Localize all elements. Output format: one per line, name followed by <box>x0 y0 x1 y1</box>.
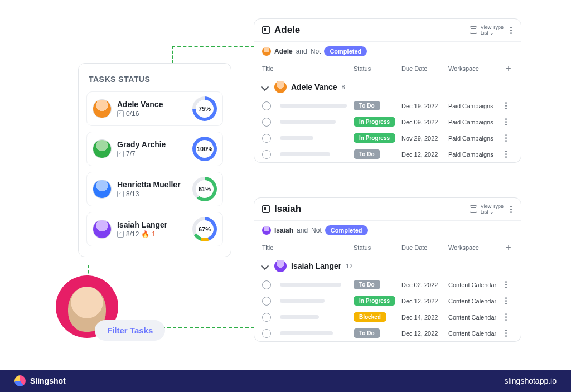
member-row[interactable]: Adele Vance0/1675% <box>86 91 223 126</box>
adele-task-list: Adele View Type List ⌄ Adele and Not Com… <box>254 18 521 163</box>
table-row[interactable]: To DoDec 12, 2022Paid Campaigns <box>254 146 521 162</box>
card-menu-button[interactable] <box>509 205 513 214</box>
workspace-name: Paid Campaigns <box>448 135 504 142</box>
view-type-selector[interactable]: View Type List ⌄ <box>470 204 504 215</box>
status-ring-icon[interactable] <box>262 280 271 289</box>
progress-percent: 67% <box>199 226 211 233</box>
add-column-button[interactable]: + <box>504 64 513 73</box>
member-name: Grady Archie <box>117 140 192 149</box>
status-ring-icon[interactable] <box>262 101 271 110</box>
task-title-placeholder <box>280 136 313 140</box>
status-badge[interactable]: To Do <box>354 328 380 338</box>
member-row[interactable]: Isaiah Langer8/12🔥167% <box>86 212 223 246</box>
member-task-count: 0/16 <box>126 110 139 118</box>
pin-icon <box>262 205 270 213</box>
due-date: Dec 02, 2022 <box>401 282 448 288</box>
footer: Slingshot slingshotapp.io <box>0 370 571 392</box>
col-title: Title <box>262 65 354 72</box>
filter-person: Adele <box>274 47 293 55</box>
connector-line <box>156 327 254 328</box>
group-header[interactable]: Isaiah Langer 12 <box>254 255 521 277</box>
table-row[interactable]: To DoDec 12, 2022Content Calendar <box>254 325 521 341</box>
col-workspace: Workspace <box>448 244 504 251</box>
filter-chip-completed[interactable]: Completed <box>325 225 368 235</box>
progress-donut: 100% <box>192 137 217 161</box>
status-badge[interactable]: In Progress <box>354 117 395 127</box>
tasks-status-card: TASKS STATUS Adele Vance0/1675%Grady Arc… <box>78 63 231 257</box>
due-date: Dec 09, 2022 <box>401 119 448 125</box>
status-ring-icon[interactable] <box>262 297 271 306</box>
filter-person: Isaiah <box>274 226 293 234</box>
card-menu-button[interactable] <box>509 26 513 35</box>
table-row[interactable]: In ProgressDec 09, 2022Paid Campaigns <box>254 114 521 130</box>
status-ring-icon[interactable] <box>262 313 271 322</box>
status-badge[interactable]: To Do <box>354 280 380 289</box>
table-row[interactable]: To DoDec 19, 2022Paid Campaigns <box>254 98 521 114</box>
status-badge[interactable]: Blocked <box>354 312 386 322</box>
group-name: Adele Vance <box>291 83 337 91</box>
progress-percent: 61% <box>199 186 211 192</box>
table-row[interactable]: In ProgressDec 12, 2022Content Calendar <box>254 293 521 309</box>
task-title-placeholder <box>280 315 319 319</box>
task-title-placeholder <box>280 283 341 287</box>
group-header[interactable]: Adele Vance 8 <box>254 76 521 98</box>
row-menu-button[interactable] <box>504 117 513 127</box>
task-count-icon <box>117 231 124 238</box>
filter-tasks-bubble[interactable]: Filter Tasks <box>95 320 165 341</box>
member-row[interactable]: Henrietta Mueller8/1361% <box>86 172 223 206</box>
chevron-down-icon <box>261 83 269 91</box>
table-row[interactable]: To DoDec 02, 2022Content Calendar <box>254 277 521 293</box>
brand-url: slingshotapp.io <box>505 376 557 385</box>
group-name: Isaiah Langer <box>291 262 341 270</box>
pin-icon <box>262 26 270 34</box>
flame-count: 1 <box>152 230 156 238</box>
workspace-name: Content Calendar <box>448 314 504 321</box>
row-menu-button[interactable] <box>504 149 513 159</box>
status-badge[interactable]: To Do <box>354 149 380 159</box>
connector-line <box>172 46 173 64</box>
view-type-label: View Type <box>481 204 504 209</box>
list-title: Adele <box>274 25 470 36</box>
task-title-placeholder <box>280 331 333 335</box>
status-badge[interactable]: In Progress <box>354 296 395 306</box>
group-count: 12 <box>346 263 352 269</box>
group-count: 8 <box>342 84 345 90</box>
status-ring-icon[interactable] <box>262 150 271 159</box>
row-menu-button[interactable] <box>504 312 513 322</box>
table-row[interactable]: BlockedDec 14, 2022Content Calendar <box>254 309 521 325</box>
due-date: Nov 29, 2022 <box>401 135 448 142</box>
view-type-value: List ⌄ <box>481 30 504 36</box>
connector-line <box>172 46 254 47</box>
table-row[interactable]: In ProgressNov 29, 2022Paid Campaigns <box>254 130 521 146</box>
member-name: Henrietta Mueller <box>117 180 192 189</box>
due-date: Dec 12, 2022 <box>401 330 448 337</box>
filter-not: Not <box>311 47 321 55</box>
status-badge[interactable]: To Do <box>354 101 380 110</box>
filter-chip-completed[interactable]: Completed <box>324 46 367 56</box>
row-menu-button[interactable] <box>504 280 513 289</box>
avatar-icon <box>93 99 112 118</box>
due-date: Dec 12, 2022 <box>401 151 448 158</box>
row-menu-button[interactable] <box>504 101 513 110</box>
status-badge[interactable]: In Progress <box>354 133 395 143</box>
status-ring-icon[interactable] <box>262 329 271 338</box>
add-column-button[interactable]: + <box>504 243 513 252</box>
member-task-count: 8/12 <box>126 230 139 238</box>
status-ring-icon[interactable] <box>262 134 271 143</box>
chevron-down-icon <box>261 262 269 270</box>
row-menu-button[interactable] <box>504 133 513 143</box>
workspace-name: Content Calendar <box>448 298 504 304</box>
member-row[interactable]: Grady Archie7/7100% <box>86 132 223 166</box>
col-status: Status <box>354 244 401 251</box>
progress-donut: 61% <box>192 177 217 201</box>
col-status: Status <box>354 65 401 72</box>
status-ring-icon[interactable] <box>262 118 271 127</box>
task-title-placeholder <box>280 299 325 303</box>
view-type-selector[interactable]: View Type List ⌄ <box>470 25 504 36</box>
row-menu-button[interactable] <box>504 328 513 338</box>
avatar-icon <box>93 180 112 199</box>
isaiah-task-list: Isaiah View Type List ⌄ Isaiah and Not C… <box>254 197 521 342</box>
row-menu-button[interactable] <box>504 296 513 306</box>
brand: Slingshot <box>14 375 66 386</box>
due-date: Dec 14, 2022 <box>401 314 448 321</box>
